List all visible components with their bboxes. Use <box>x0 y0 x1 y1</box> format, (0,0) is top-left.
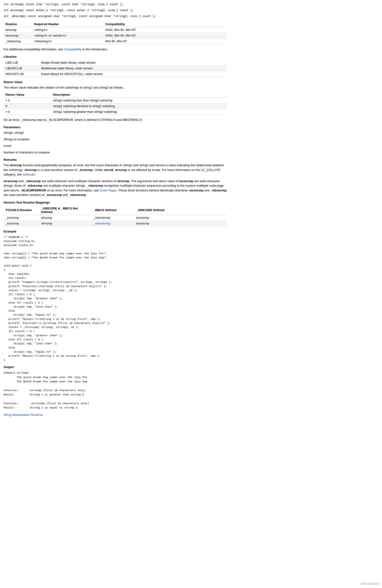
retval-eq: 0 <box>3 103 51 109</box>
output-title: Output <box>3 365 227 369</box>
code-block: /* STRNCMP.C */ #include <string.h> #inc… <box>3 235 227 362</box>
retval-col-desc: Description <box>51 92 227 98</box>
bottom-link[interactable]: String Manipulation Routines <box>3 413 227 417</box>
lib-desc-libcmt: Multithread static library, retail versi… <box>39 65 227 71</box>
table-row: 0 string1 substring identical to string2… <box>3 103 227 109</box>
generic-col-mbcs: _MBCS Defined <box>91 206 134 215</box>
setlocale-link[interactable]: setlocale <box>23 173 35 176</box>
generic-text-title: Generic-Text Routine Mappings <box>3 201 227 204</box>
libraries-title: Libraries <box>3 55 227 58</box>
generic-col-unicode-mbcs: _UNICODE & _MBCS Not Defined <box>39 206 91 215</box>
param1-desc: Strings to compare <box>3 137 227 142</box>
routine-header-strncmp: <string.h> <box>32 27 103 33</box>
compat-note-end: in the Introduction. <box>82 47 108 51</box>
generic-row2-tchar: _tcsncmp <box>3 220 39 226</box>
mbsnbcmp-link[interactable]: _mbsnbcmp <box>93 222 110 225</box>
generic-row2-mbcs: _mbsnbcmp <box>91 220 134 226</box>
compat-note-text: For additional compatibility information… <box>3 47 64 51</box>
routine-header-wcsncmp: <string.h> or <wchar.h> <box>32 33 103 38</box>
table-row: _tcsncmp strncmp _mbsnbcmp wcsncmp <box>3 220 227 226</box>
generic-col-tchar: TCHAR.H Routine <box>3 206 39 215</box>
sig-mbsncmp: int _mbsncmp( const unsigned char *strin… <box>3 14 227 19</box>
codepages-link[interactable]: Code Pages <box>100 189 117 192</box>
compatibility-link[interactable]: Compatibility <box>64 47 82 51</box>
signatures-block: int strncmp( const char *string1, const … <box>3 2 227 19</box>
retval-gt: > 0 <box>3 109 51 114</box>
lib-name-libc: LIBC.LIB <box>3 60 39 65</box>
return-value-title: Return Value <box>3 80 227 84</box>
lib-name-libcmt: LIBCMT.LIB <box>3 65 39 71</box>
routine-header-mbsncmp: <mbstring.h> <box>32 38 103 44</box>
lib-desc-msvcrt: Import library for MSVCRT.DLL, retail ve… <box>39 71 227 77</box>
table-row: strncmp <string.h> ANSI, Win 95, Win NT <box>3 27 227 33</box>
error-note: On an error, _mbsncmp returns _NLSCMPERR… <box>3 118 227 122</box>
compatibility-table: Routine Required Header Compatibility st… <box>3 21 227 44</box>
page-content: int strncmp( const char *string1, const … <box>3 2 227 417</box>
sig-strncmp-text: int strncmp( const char *string1, const … <box>3 3 123 6</box>
sig-strncmp: int strncmp( const char *string1, const … <box>3 2 227 7</box>
compat-col-compat: Compatibility <box>103 21 227 27</box>
sig-wcsncmp-text: int wcsncmp( const wchar_t *string1, con… <box>3 9 134 12</box>
generic-text-table: TCHAR.H Routine _UNICODE & _MBCS Not Def… <box>3 206 227 226</box>
output-block: Compare strings: The quick brown dog jum… <box>3 371 227 410</box>
compat-col-routine: Routine <box>3 21 32 27</box>
generic-col-unicode: _UNICODE Defined <box>134 206 227 215</box>
generic-row2-unicode: wcsncmp <box>134 220 227 226</box>
routine-name-strncmp: strncmp <box>3 27 32 33</box>
retval-lt-desc: string1 substring less than string2 subs… <box>51 97 227 103</box>
routine-name-wcsncmp: wcsncmp <box>3 33 32 38</box>
remarks-title: Remarks <box>3 158 227 162</box>
table-row: LIBC.LIB Single thread static library, r… <box>3 60 227 65</box>
remarks-p2: wcsncmp and _mbsncmp are wide-character … <box>3 179 227 197</box>
parameters-title: Parameters <box>3 126 227 129</box>
routine-compat-strncmp: ANSI, Win 95, Win NT <box>103 27 227 33</box>
generic-row1-mbcs: _mbsnbcmp <box>91 215 134 220</box>
remarks-p1: The strncmp function lexicographically c… <box>3 163 227 177</box>
routine-compat-mbsncmp: Win 95, Win NT <box>103 38 227 44</box>
libraries-table: LIBC.LIB Single thread static library, r… <box>3 60 227 77</box>
generic-row1-tchar: _tcsncmp <box>3 215 39 220</box>
routine-name-mbsncmp: _mbsncmp <box>3 38 32 44</box>
lib-name-msvcrt: MSVCRT.LIB <box>3 71 39 77</box>
table-row: _tcsncmp strncmp _mbsnbcmp wcsncmp <box>3 215 227 220</box>
retval-gt-desc: string1 substring greater than string2 s… <box>51 109 227 114</box>
retval-eq-desc: string1 substring identical to string2 s… <box>51 103 227 109</box>
table-row: MSVCRT.LIB Import library for MSVCRT.DLL… <box>3 71 227 77</box>
routine-compat-wcsncmp: ANSI, Win 95, Win NT <box>103 33 227 38</box>
param2-name: count <box>3 144 227 148</box>
param1-name: string1, string2 <box>3 130 227 135</box>
retval-lt: < 0 <box>3 97 51 103</box>
return-value-table: Return Value Description < 0 string1 sub… <box>3 92 227 115</box>
table-row: < 0 string1 substring less than string2 … <box>3 97 227 103</box>
sig-mbsncmp-text: int _mbsncmp( const unsigned char *strin… <box>3 15 156 18</box>
lib-desc-libc: Single thread static library, retail ver… <box>39 60 227 65</box>
table-row: _mbsncmp <mbstring.h> Win 95, Win NT <box>3 38 227 44</box>
param2-desc: Number of characters to compare <box>3 150 227 155</box>
compat-col-header: Required Header <box>32 21 103 27</box>
generic-row1-unicode: wcsncmp <box>134 215 227 220</box>
table-row: wcsncmp <string.h> or <wchar.h> ANSI, Wi… <box>3 33 227 38</box>
generic-row1-nodef: strncmp <box>39 215 91 220</box>
example-title: Example <box>3 230 227 233</box>
retval-col-value: Return Value <box>3 92 51 98</box>
sig-wcsncmp: int wcsncmp( const wchar_t *string1, con… <box>3 8 227 13</box>
return-value-desc: The return value indicates the relation … <box>3 85 227 90</box>
generic-row2-nodef: strncmp <box>39 220 91 226</box>
table-row: > 0 string1 substring greater than strin… <box>3 109 227 114</box>
table-row: LIBCMT.LIB Multithread static library, r… <box>3 65 227 71</box>
compat-note: For additional compatibility information… <box>3 47 227 52</box>
